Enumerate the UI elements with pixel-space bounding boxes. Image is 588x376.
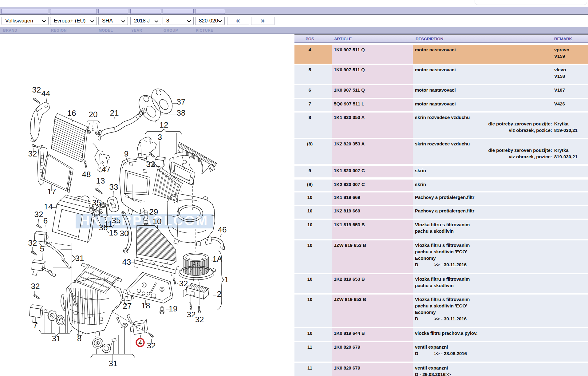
svg-text:6: 6	[43, 216, 48, 225]
svg-text:10: 10	[153, 217, 162, 226]
svg-text:4: 4	[138, 339, 142, 346]
svg-text:21: 21	[110, 108, 119, 117]
svg-text:48: 48	[82, 170, 91, 179]
svg-text:1: 1	[224, 275, 229, 284]
svg-text:13: 13	[96, 176, 105, 185]
svg-text:16: 16	[67, 109, 76, 118]
svg-text:31: 31	[75, 254, 84, 263]
svg-text:37: 37	[177, 97, 186, 106]
svg-text:12: 12	[160, 120, 168, 129]
svg-text:43: 43	[122, 257, 131, 267]
svg-text:32: 32	[179, 279, 188, 288]
svg-text:7: 7	[33, 320, 37, 330]
svg-text:27: 27	[123, 301, 132, 311]
svg-text:14: 14	[44, 202, 53, 211]
svg-text:31: 31	[52, 334, 61, 343]
svg-text:9: 9	[124, 149, 128, 158]
svg-text:44: 44	[41, 89, 50, 98]
svg-text:32: 32	[187, 310, 196, 319]
svg-text:32: 32	[32, 85, 41, 94]
svg-text:38: 38	[177, 108, 186, 117]
svg-text:35: 35	[112, 216, 121, 225]
svg-text:3: 3	[158, 133, 162, 142]
svg-text:32: 32	[31, 282, 40, 291]
svg-text:35: 35	[92, 198, 101, 207]
svg-text:29: 29	[149, 207, 158, 216]
svg-text:30: 30	[120, 229, 129, 238]
svg-text:15: 15	[109, 228, 118, 237]
svg-text:2: 2	[217, 289, 221, 299]
svg-text:32: 32	[195, 315, 204, 324]
svg-text:20: 20	[89, 110, 98, 119]
svg-text:5: 5	[40, 244, 44, 253]
svg-text:1A: 1A	[212, 254, 222, 263]
svg-text:32: 32	[146, 160, 155, 169]
svg-text:19: 19	[169, 304, 178, 313]
svg-text:32: 32	[28, 149, 37, 158]
svg-text:32: 32	[34, 210, 43, 219]
svg-text:33: 33	[109, 182, 118, 192]
svg-text:32: 32	[28, 238, 37, 247]
svg-text:47: 47	[102, 165, 111, 174]
svg-text:46: 46	[218, 225, 227, 234]
svg-text:18: 18	[141, 301, 150, 310]
svg-text:31: 31	[109, 359, 118, 368]
